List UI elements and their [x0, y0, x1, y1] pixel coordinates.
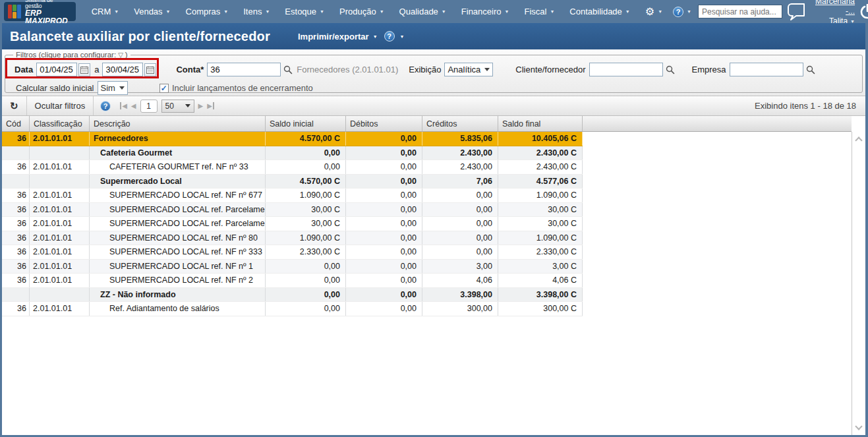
column-header-desc[interactable]: Descrição [90, 116, 266, 131]
menu-producao[interactable]: Produção▼ [333, 4, 391, 19]
table-row[interactable]: 362.01.01.01SUPERMERCADO LOCAL ref. NF n… [2, 274, 583, 288]
chevron-down-icon: ▼ [625, 9, 630, 14]
menu-label: Fiscal [524, 7, 546, 16]
menu-contabilidade[interactable]: Contabilidade▼ [563, 4, 637, 19]
settings-menu[interactable]: ⚙ ▼ [641, 4, 666, 20]
search-icon[interactable] [666, 65, 675, 74]
help-icon[interactable]: ? [384, 31, 395, 42]
menu-estoque[interactable]: Estoque▼ [278, 4, 332, 19]
table-row[interactable]: Cafeteria Gourmet0,000,002.430,002.430,0… [2, 146, 583, 161]
customer-supplier-label: Cliente/fornecedor [515, 65, 585, 74]
cell-desc: SUPERMERCADO LOCAL ref. NF nº 1 [90, 260, 266, 274]
cell-creditos: 2.430,00 [422, 146, 498, 160]
cell-cod: 36 [2, 160, 30, 174]
cell-saldo_final: 3,00 C [498, 260, 583, 274]
menu-fiscal[interactable]: Fiscal▼ [517, 4, 562, 19]
column-header-cls[interactable]: Classificação [30, 116, 90, 131]
next-page-button[interactable]: ▶ [198, 102, 204, 109]
scroll-up-icon[interactable] [855, 136, 862, 144]
vertical-scrollbar[interactable] [852, 132, 865, 435]
cell-desc: Cafeteria Gourmet [90, 146, 266, 160]
cell-debitos: 0,00 [346, 302, 422, 316]
table-row[interactable]: ZZ - Não informado0,000,003.398,003.398,… [2, 288, 583, 303]
help-icon[interactable]: ? [100, 101, 111, 111]
menu-itens[interactable]: Itens▼ [237, 4, 277, 19]
cell-cls [30, 146, 90, 160]
closing-entries-option[interactable]: ✓ Incluir lançamentos de encerramento [159, 83, 313, 93]
chevron-down-icon[interactable]: ▼ [400, 34, 405, 39]
cell-debitos: 0,00 [346, 146, 422, 160]
previous-page-button[interactable]: ◀ [131, 102, 136, 109]
cell-cls: 2.01.01.01 [30, 132, 90, 146]
date-to-input[interactable] [102, 63, 143, 76]
grid-toolbar: ↻ Ocultar filtros ? ◀ ◀ 1 50 ▶ ▶ Exibind… [2, 96, 865, 116]
account-filter-input[interactable] [207, 63, 281, 76]
power-icon[interactable] [860, 4, 868, 20]
app-logo[interactable]: Sistema de gestão ERP MAXIPROD [4, 2, 76, 21]
display-mode-select[interactable]: Analítica [444, 63, 493, 76]
cell-saldo_final: 4.577,06 C [498, 175, 583, 189]
search-icon[interactable] [283, 65, 293, 74]
table-row[interactable]: Supermercado Local4.570,00 C0,007,064.57… [2, 175, 583, 189]
chat-icon[interactable] [786, 3, 806, 20]
chevron-down-icon: ▼ [687, 9, 691, 14]
cell-debitos: 0,00 [346, 132, 422, 146]
last-page-button[interactable]: ▶ [207, 102, 214, 109]
cell-saldo_final: 2.330,00 C [498, 245, 583, 259]
customer-supplier-input[interactable] [589, 63, 663, 76]
table-row[interactable]: 362.01.01.01SUPERMERCADO LOCAL ref. Parc… [2, 217, 583, 231]
table-row[interactable]: 362.01.01.01SUPERMERCADO LOCAL ref. Parc… [2, 203, 583, 218]
chevron-down-icon: ▼ [223, 9, 228, 14]
table-row[interactable]: 362.01.01.01SUPERMERCADO LOCAL ref. NF n… [2, 245, 583, 260]
initial-balance-select[interactable]: Sim [98, 81, 128, 95]
calendar-icon[interactable] [78, 63, 90, 76]
menu-crm[interactable]: CRM▼ [85, 4, 127, 19]
table-row[interactable]: 362.01.01.01SUPERMERCADO LOCAL ref. NF n… [2, 231, 583, 246]
cell-saldo_final: 1.090,00 C [498, 189, 583, 202]
cell-saldo_final: 30,00 C [498, 203, 583, 217]
column-header-saldo_inicial[interactable]: Saldo inicial [266, 116, 346, 131]
chevron-down-icon [185, 104, 190, 107]
search-icon[interactable] [806, 65, 815, 74]
cell-creditos: 0,00 [422, 203, 498, 217]
date-from-input[interactable] [36, 63, 77, 76]
cell-cod: 36 [2, 132, 30, 146]
page-title: Balancete auxiliar por cliente/fornecedo… [10, 29, 270, 44]
cell-creditos: 300,00 [422, 302, 498, 316]
menu-vendas[interactable]: Vendas▼ [127, 4, 177, 19]
account-link[interactable]: Marcenaria -... [815, 0, 855, 16]
scroll-down-icon[interactable] [855, 422, 862, 430]
refresh-button[interactable]: ↻ [2, 96, 27, 115]
menu-qualidade[interactable]: Qualidade▼ [393, 4, 453, 19]
chevron-down-icon: ▼ [320, 9, 324, 14]
print-export-button[interactable]: Imprimir/exportar ▼ [298, 32, 378, 42]
table-row[interactable]: 362.01.01.01SUPERMERCADO LOCAL ref. NF n… [2, 189, 583, 203]
help-search-input[interactable] [698, 5, 782, 18]
column-header-creditos[interactable]: Créditos [422, 116, 498, 131]
date-label: Data [14, 65, 33, 74]
table-row[interactable]: 362.01.01.01SUPERMERCADO LOCAL ref. NF n… [2, 260, 583, 274]
table-row[interactable]: 362.01.01.01Ref. Adiantamento de salário… [2, 302, 583, 316]
cell-cls: 2.01.01.01 [30, 302, 90, 316]
filters-legend[interactable]: Filtros (clique para configurar: ▽ ) [13, 51, 130, 59]
checkbox-checked-icon[interactable]: ✓ [159, 84, 169, 93]
page-number-input[interactable]: 1 [140, 100, 158, 113]
cell-saldo_final: 3.398,00 C [498, 288, 583, 302]
company-input[interactable] [730, 63, 803, 76]
table-row[interactable]: 362.01.01.01Fornecedores4.570,00 C0,005.… [2, 132, 583, 146]
first-page-button[interactable]: ◀ [120, 102, 127, 109]
calendar-icon[interactable] [144, 63, 156, 76]
page-size-select[interactable]: 50 [161, 100, 194, 113]
column-header-cod[interactable]: Cód [2, 116, 30, 131]
grid-body: 362.01.01.01Fornecedores4.570,00 C0,005.… [2, 132, 583, 316]
column-header-saldo_final[interactable]: Saldo final [498, 116, 583, 131]
report-grid: CódClassificaçãoDescriçãoSaldo inicialDé… [2, 116, 865, 435]
grid-header-row: CódClassificaçãoDescriçãoSaldo inicialDé… [2, 116, 852, 132]
cell-saldo_inicial: 0,00 [266, 302, 346, 316]
menu-financeiro[interactable]: Financeiro▼ [455, 4, 517, 19]
menu-compras[interactable]: Compras▼ [179, 4, 236, 19]
column-header-debitos[interactable]: Débitos [346, 116, 422, 131]
table-row[interactable]: 362.01.01.01CAFETERIA GOURMET ref. NF nº… [2, 160, 583, 175]
hide-filters-button[interactable]: Ocultar filtros [27, 96, 94, 115]
help-menu[interactable]: ? ▼ [669, 4, 695, 20]
